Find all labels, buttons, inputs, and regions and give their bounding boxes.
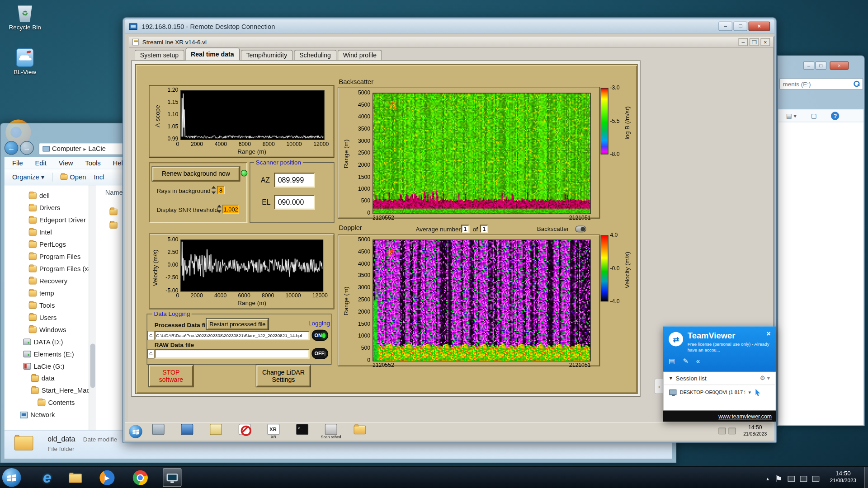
snr-spinner[interactable] (217, 205, 222, 213)
tree-item[interactable]: Users (5, 311, 89, 324)
processed-path-field[interactable]: C:\LiDAR\Data\Proc\2023\202308\20230821\… (155, 331, 310, 340)
remote-taskbar-icon[interactable]: Scan sched (321, 424, 340, 439)
tree-item[interactable]: PerfLogs (5, 239, 89, 251)
caret-down-icon[interactable]: ▾ (749, 389, 751, 395)
forward-button[interactable]: → (20, 141, 34, 155)
start-button[interactable] (2, 468, 21, 487)
renew-background-button[interactable]: Renew background now (152, 167, 240, 181)
file-explorer-icon[interactable] (69, 472, 82, 483)
search-input[interactable]: ments (E:) (779, 78, 863, 90)
menu-item[interactable]: File (12, 159, 23, 167)
collapse-icon[interactable]: « (696, 357, 700, 365)
gear-icon[interactable]: ⚙ ▾ (760, 375, 770, 382)
tree-scrollbar[interactable] (89, 185, 96, 430)
session-list-row[interactable]: ▾ Session list ⚙ ▾ (664, 372, 775, 385)
show-desktop-button[interactable] (864, 467, 868, 488)
column-header-name[interactable]: Name (105, 189, 123, 197)
tree-item[interactable]: DATA (D:) (5, 336, 89, 348)
close-button[interactable]: × (749, 22, 770, 31)
remote-taskbar-icon[interactable] (178, 424, 197, 439)
tools-icon[interactable]: ✎ (683, 357, 688, 365)
tree-item[interactable]: temp (5, 287, 89, 300)
tray-keyboard-icon[interactable] (788, 476, 795, 482)
raw-drive-box[interactable]: C (147, 349, 155, 359)
breadcrumb-root[interactable]: Computer (52, 145, 81, 153)
snr-value[interactable]: 1.002 (222, 205, 239, 214)
average-of-value[interactable]: 1 (480, 225, 488, 233)
maximize-button[interactable]: □ (733, 22, 747, 31)
minimize-button[interactable]: – (718, 22, 732, 31)
rays-value[interactable]: 8 (217, 186, 225, 194)
remote-taskbar-icon[interactable] (350, 424, 369, 439)
desktop-icon[interactable]: Recycle Bin (7, 3, 43, 30)
desktop-icon[interactable]: BL-View (7, 48, 43, 75)
tab[interactable]: Wind profile (338, 50, 382, 60)
backscatter-toggle[interactable] (575, 226, 586, 233)
close-icon[interactable]: × (766, 330, 770, 338)
rays-spinner[interactable] (211, 186, 216, 194)
restore-button[interactable]: ❐ (750, 38, 759, 46)
tree-item[interactable]: Contents (5, 397, 89, 409)
rdp-taskbar-button[interactable] (163, 468, 182, 487)
remote-taskbar-icon[interactable]: XR (264, 424, 283, 439)
show-hidden-icons-button[interactable]: ▲ (765, 476, 770, 481)
tree-item[interactable]: Windows (5, 324, 89, 336)
remote-cursor-icon[interactable] (754, 389, 761, 396)
tree-item[interactable]: Network (5, 409, 89, 421)
media-player-icon[interactable]: ▶ (99, 470, 114, 485)
tree-item[interactable]: LaCie (G:) (5, 360, 89, 372)
back-button[interactable]: ← (5, 141, 19, 155)
remote-taskbar-icon[interactable] (207, 424, 226, 439)
average-number-value[interactable]: 1 (461, 225, 469, 233)
maximize-button[interactable]: □ (816, 61, 826, 70)
breadcrumb-folder[interactable]: LaCie (89, 145, 106, 153)
preview-button[interactable]: ▢ (811, 112, 817, 119)
teamviewer-link[interactable]: www.teamviewer.com (718, 413, 772, 419)
organize-button[interactable]: Organize ▾ (12, 173, 44, 181)
menu-item[interactable]: View (59, 159, 73, 167)
tree-item[interactable]: dell (5, 190, 89, 202)
tray-volume-icon[interactable] (718, 428, 726, 435)
remote-clock[interactable]: 14:50 21/08/2023 (739, 424, 771, 436)
rdp-titlebar[interactable]: 192.168.0.150 - Remote Desktop Connectio… (125, 19, 775, 34)
el-value[interactable]: 090.000 (274, 195, 315, 210)
open-button[interactable]: Open (61, 173, 86, 181)
app-titlebar[interactable]: StreamLine XR v14-6.vi – ❐ × (129, 37, 773, 47)
host-clock[interactable]: 14:50 21/08/2023 (823, 469, 864, 483)
stop-software-button[interactable]: STOPsoftware (149, 365, 193, 387)
close-button[interactable]: × (760, 38, 770, 46)
tree-item[interactable]: Intel (5, 226, 89, 239)
tree-item[interactable]: Program Files (5, 251, 89, 263)
menu-item[interactable]: Edit (35, 159, 47, 167)
view-button[interactable]: ▤ ▾ (786, 112, 797, 119)
help-icon[interactable]: ? (831, 112, 839, 120)
internet-explorer-icon[interactable]: e (39, 469, 56, 486)
tree-item[interactable]: Program Files (x8 (5, 263, 89, 275)
scrollbar-thumb[interactable] (90, 343, 95, 388)
az-value[interactable]: 089.999 (274, 173, 315, 188)
processed-drive-box[interactable]: C (147, 331, 155, 340)
tree-item[interactable]: Tools (5, 299, 89, 311)
change-lidar-settings-button[interactable]: Change LiDARSettings (256, 365, 311, 387)
tray-network-icon[interactable] (728, 428, 736, 435)
menu-item[interactable]: Tools (85, 159, 100, 167)
tree-item[interactable]: Drivers (5, 202, 89, 214)
restart-processed-file-button[interactable]: Restart processed file (207, 319, 269, 329)
close-button[interactable]: × (830, 61, 849, 70)
processed-logging-toggle[interactable]: ON (311, 330, 328, 341)
tab[interactable]: Temp/humidity (241, 50, 292, 60)
panel-expander[interactable]: › (654, 379, 663, 394)
tab[interactable]: Scheduling (294, 50, 336, 60)
tree-item[interactable]: Start_Here_Mac (5, 385, 89, 397)
remote-taskbar-icon[interactable] (235, 424, 254, 439)
tab[interactable]: Real time data (185, 47, 240, 60)
remote-start-button[interactable] (129, 425, 142, 438)
minimize-button[interactable]: – (803, 61, 814, 70)
monitors-icon[interactable]: ▤ (669, 357, 675, 365)
tray-volume-icon[interactable] (812, 476, 819, 482)
include-button[interactable]: Incl (94, 173, 104, 181)
tree-item[interactable]: Edgeport Driver (5, 214, 89, 226)
minimize-button[interactable]: – (738, 38, 748, 46)
device-row[interactable]: DESKTOP-OE0QDVI (1 817 937 ▾ (664, 385, 775, 399)
tree-item[interactable]: Elements (E:) (5, 348, 89, 360)
